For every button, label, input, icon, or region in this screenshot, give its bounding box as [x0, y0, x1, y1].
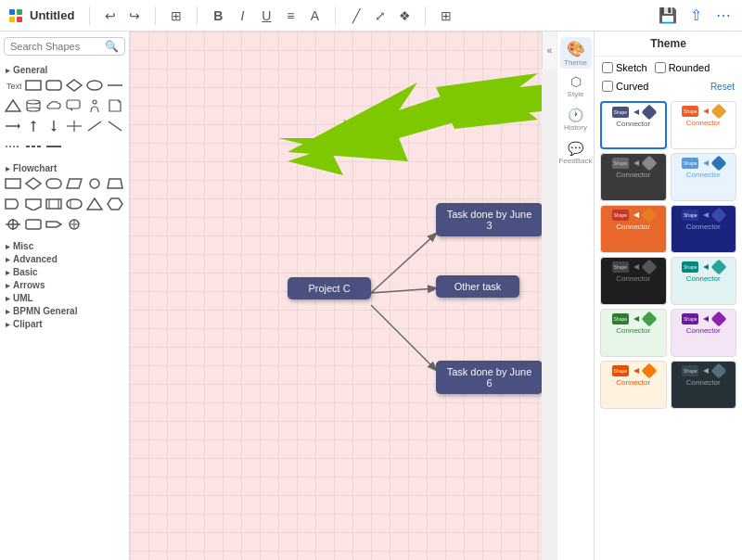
section-misc[interactable]: Misc: [4, 239, 125, 252]
svg-marker-72: [703, 264, 709, 270]
rounded-checkbox[interactable]: Rounded: [655, 62, 710, 73]
fc-predefined[interactable]: [45, 195, 63, 213]
shape-arrow-down[interactable]: [45, 117, 63, 135]
shape-diagonal2[interactable]: [106, 117, 124, 135]
theme-card-warm-orange[interactable]: Shape Connector: [600, 361, 667, 409]
svg-marker-23: [31, 121, 36, 123]
sketch-checkbox[interactable]: Sketch: [602, 62, 647, 73]
node-task-june3[interactable]: Task done by June 3: [436, 203, 542, 236]
shape-dash3[interactable]: [45, 137, 63, 156]
svg-marker-54: [288, 147, 343, 175]
list-button[interactable]: ≡: [279, 5, 301, 27]
shape-ellipse[interactable]: [85, 76, 104, 95]
section-general[interactable]: General: [4, 63, 125, 76]
italic-button[interactable]: I: [231, 5, 253, 27]
fc-term[interactable]: [45, 174, 63, 193]
shape-doc[interactable]: [106, 96, 124, 115]
side-icon-theme[interactable]: 🎨 Theme: [560, 37, 592, 69]
theme-card-orange-dark[interactable]: Shape Connector: [600, 205, 667, 253]
node-project-c[interactable]: Project C: [288, 277, 371, 299]
toolbar-group-format: ⊞: [165, 5, 187, 27]
panel-collapse-button[interactable]: «: [542, 32, 556, 69]
fc-connector[interactable]: [85, 174, 104, 193]
fc-or[interactable]: [65, 215, 83, 234]
theme-card-dark2[interactable]: Shape Connector: [600, 257, 667, 305]
shape-dash2[interactable]: [24, 137, 43, 156]
shape-cross-arrow[interactable]: [65, 117, 83, 135]
canvas-area[interactable]: Project C Task done by June 3 Progress o…: [130, 32, 542, 560]
sketch-check-input[interactable]: [602, 62, 613, 73]
fc-triangle[interactable]: [85, 195, 104, 213]
shape-dash1[interactable]: [4, 137, 22, 156]
section-advanced[interactable]: Advanced: [4, 252, 125, 265]
curved-check-input[interactable]: [602, 81, 613, 92]
line-button[interactable]: ╱: [345, 5, 367, 27]
theme-card-default[interactable]: Shape Connector: [600, 101, 667, 149]
fc-hexagon[interactable]: [106, 195, 124, 213]
shape-triangle[interactable]: [4, 96, 22, 115]
more-button[interactable]: ⋯: [712, 5, 735, 27]
svg-marker-50: [46, 222, 61, 227]
shape-rect2[interactable]: [45, 76, 63, 95]
shape-rect1[interactable]: [24, 76, 43, 95]
theme-card-green[interactable]: Shape Connector: [600, 309, 667, 357]
fc-process[interactable]: [4, 174, 22, 193]
text-color-button[interactable]: A: [303, 5, 326, 27]
search-input[interactable]: [10, 41, 105, 52]
side-icon-style-label: Style: [568, 90, 584, 98]
fc-decision[interactable]: [24, 174, 43, 193]
theme-card-dark3[interactable]: Shape Connector: [671, 361, 737, 409]
theme-card-teal[interactable]: Shape Connector: [671, 257, 737, 305]
fc-manual[interactable]: [106, 174, 124, 193]
shape-cylinder[interactable]: [24, 96, 43, 115]
svg-marker-71: [633, 264, 639, 270]
section-clipart[interactable]: Clipart: [4, 317, 125, 330]
fc-delay[interactable]: [4, 195, 22, 213]
share-button[interactable]: ⇧: [684, 5, 707, 27]
fc-storage[interactable]: [65, 195, 83, 213]
shape-cloud[interactable]: [45, 96, 63, 115]
fc-offpage[interactable]: [24, 195, 43, 213]
reset-button[interactable]: Reset: [710, 82, 735, 92]
format-button[interactable]: ⊞: [165, 5, 187, 27]
search-box[interactable]: 🔍: [4, 37, 125, 56]
shape-arrow-right[interactable]: [4, 117, 22, 135]
fc-data[interactable]: [65, 174, 83, 193]
shape-diamond[interactable]: [65, 76, 83, 95]
side-icon-style[interactable]: ⬡ Style: [560, 70, 592, 102]
node-task-june6[interactable]: Task done by June 6: [436, 361, 542, 394]
fc-arrow-r[interactable]: [45, 215, 63, 234]
node-other-task[interactable]: Other task: [436, 275, 519, 298]
side-icon-feedback[interactable]: 💬 FeedBack: [560, 137, 592, 169]
theme-card-darkblue[interactable]: Shape Connector: [671, 205, 737, 253]
table-button[interactable]: ⊞: [435, 5, 457, 27]
shape-line[interactable]: [106, 76, 124, 95]
bold-button[interactable]: B: [207, 5, 229, 27]
rounded-check-input[interactable]: [655, 62, 666, 73]
curved-checkbox[interactable]: Curved: [602, 81, 648, 92]
shapes-button[interactable]: ❖: [393, 5, 416, 27]
shape-arrow-up[interactable]: [24, 117, 43, 135]
side-icon-history[interactable]: 🕐 History: [560, 104, 592, 135]
section-bpmn[interactable]: BPMN General: [4, 304, 125, 317]
shape-callout[interactable]: [65, 96, 83, 115]
save-button[interactable]: 💾: [657, 5, 679, 27]
shape-text[interactable]: Text: [4, 76, 22, 95]
section-flowchart[interactable]: Flowchart: [4, 161, 125, 174]
svg-marker-74: [703, 316, 709, 322]
theme-card-dark[interactable]: Shape Connector: [600, 153, 667, 201]
underline-button[interactable]: U: [255, 5, 277, 27]
undo-button[interactable]: ↩: [99, 5, 122, 27]
section-uml[interactable]: UML: [4, 291, 125, 304]
connect-button[interactable]: ⤢: [369, 5, 391, 27]
section-arrows[interactable]: Arrows: [4, 278, 125, 291]
fc-rect-rounded[interactable]: [24, 215, 43, 234]
shape-diagonal1[interactable]: [85, 117, 104, 135]
section-basic[interactable]: Basic: [4, 265, 125, 278]
theme-card-purple[interactable]: Shape Connector: [671, 309, 737, 357]
fc-cross[interactable]: [4, 215, 22, 234]
theme-card-lightblue[interactable]: Shape Connector: [671, 153, 737, 201]
redo-button[interactable]: ↪: [123, 5, 146, 27]
shape-person[interactable]: [85, 96, 104, 115]
theme-card-orange[interactable]: Shape Connector: [671, 101, 737, 149]
